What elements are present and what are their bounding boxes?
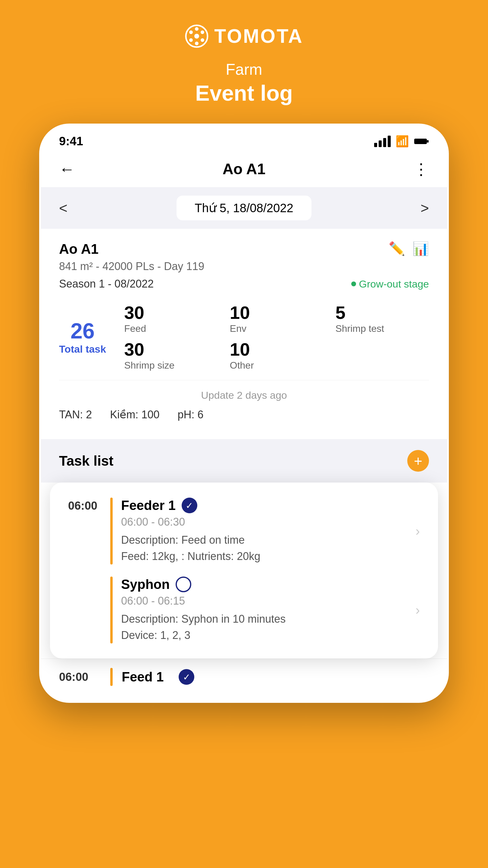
- grow-stage-label: Grow-out stage: [359, 278, 429, 290]
- phone-frame: 9:41 📶 ← Ao A1 ⋮ < Thứ 5, 18/08/2022 >: [39, 124, 449, 703]
- env-label: Env: [230, 323, 324, 334]
- prev-date-button[interactable]: <: [59, 200, 67, 216]
- bottom-preview-title: Feed 1: [122, 670, 164, 684]
- signal-icon: [374, 135, 391, 147]
- feed-label: Feed: [124, 323, 218, 334]
- shrimp-size-stat: 30 Shrimp size: [124, 339, 218, 371]
- back-button[interactable]: ←: [59, 160, 75, 178]
- header-area: TOMOTA Farm Event log: [185, 0, 303, 105]
- battery-icon: [414, 137, 429, 145]
- pond-header: Ao A1 ✏️ 📊: [59, 241, 429, 257]
- svg-point-7: [189, 30, 193, 34]
- current-date[interactable]: Thứ 5, 18/08/2022: [176, 195, 311, 220]
- svg-point-2: [195, 27, 198, 31]
- pond-season-row: Season 1 - 08/2022 Grow-out stage: [59, 278, 429, 290]
- logo-container: TOMOTA: [185, 24, 303, 48]
- task-content-syphon[interactable]: Syphon 06:00 - 06:15 Description: Syphon…: [121, 577, 410, 644]
- svg-rect-9: [427, 140, 429, 143]
- pond-info-section: Ao A1 ✏️ 📊 841 m² - 42000 PLs - Day 119 …: [41, 229, 447, 439]
- green-dot-icon: [351, 281, 356, 286]
- feed-num: 30: [124, 302, 218, 323]
- task-title-row-feeder1: Feeder 1 ✓: [121, 498, 410, 513]
- nav-title: Ao A1: [223, 160, 266, 178]
- other-label: Other: [230, 360, 324, 371]
- date-navigation: < Thứ 5, 18/08/2022 >: [41, 187, 447, 229]
- task-bar-syphon: [110, 577, 113, 644]
- task-title-feeder1: Feeder 1: [121, 498, 175, 513]
- task-item-syphon: Syphon 06:00 - 06:15 Description: Syphon…: [68, 577, 420, 644]
- logo-text: TOMOTA: [214, 25, 303, 47]
- task-item-feeder1: 06:00 Feeder 1 ✓ 06:00 - 06:30 Descripti…: [68, 498, 420, 564]
- bottom-preview-check: ✓: [178, 669, 194, 685]
- task-desc-syphon: Description: Syphon in 10 minutesDevice:…: [121, 611, 410, 644]
- pond-meta: 841 m² - 42000 PLs - Day 119: [59, 260, 429, 273]
- total-task-number: 26: [70, 318, 95, 343]
- status-time: 9:41: [59, 134, 83, 148]
- task-check-feeder1[interactable]: ✓: [182, 498, 197, 513]
- pond-season: Season 1 - 08/2022: [59, 278, 154, 290]
- task-section-title: Task list: [59, 453, 113, 469]
- chart-icon[interactable]: 📊: [412, 241, 429, 256]
- other-num: 10: [230, 339, 324, 360]
- header-title: Event log: [195, 81, 293, 105]
- env-stat: 10 Env: [230, 302, 324, 334]
- total-task-label: Total task: [59, 343, 106, 355]
- status-bar: 9:41 📶: [41, 125, 447, 154]
- task-chevron-syphon[interactable]: ›: [410, 577, 420, 644]
- svg-point-5: [195, 41, 198, 45]
- status-icons: 📶: [374, 135, 429, 148]
- feed-stat: 30 Feed: [124, 302, 218, 334]
- svg-rect-8: [414, 138, 427, 144]
- shrimp-size-num: 30: [124, 339, 218, 360]
- shrimp-test-num: 5: [335, 302, 429, 323]
- wifi-icon: 📶: [395, 135, 409, 148]
- bottom-preview: 06:00 Feed 1 ✓: [41, 658, 447, 701]
- header-subtitle: Farm: [226, 60, 262, 79]
- task-title-row-syphon: Syphon: [121, 577, 410, 592]
- svg-point-4: [201, 38, 204, 42]
- task-time-feeder1: 06:00: [68, 498, 110, 564]
- svg-point-6: [189, 38, 193, 42]
- env-num: 10: [230, 302, 324, 323]
- task-card: 06:00 Feeder 1 ✓ 06:00 - 06:30 Descripti…: [50, 483, 438, 658]
- bottom-preview-bar: [110, 668, 113, 686]
- task-time-range-feeder1: 06:00 - 06:30: [121, 516, 410, 528]
- more-menu-button[interactable]: ⋮: [413, 160, 429, 178]
- svg-point-1: [194, 34, 199, 38]
- shrimp-size-label: Shrimp size: [124, 360, 218, 371]
- nav-bar: ← Ao A1 ⋮: [41, 154, 447, 187]
- shrimp-test-label: Shrimp test: [335, 323, 429, 334]
- edit-icon[interactable]: ✏️: [389, 241, 405, 256]
- next-date-button[interactable]: >: [421, 200, 429, 216]
- task-check-syphon[interactable]: [175, 577, 191, 592]
- bottom-preview-time: 06:00: [59, 671, 101, 684]
- update-text: Update 2 days ago: [59, 390, 429, 401]
- task-time-range-syphon: 06:00 - 06:15: [121, 595, 410, 607]
- ph-param: pH: 6: [177, 408, 203, 421]
- task-bar-feeder1: [110, 498, 113, 564]
- pond-action-icons: ✏️ 📊: [389, 241, 429, 256]
- task-time-syphon: [68, 577, 110, 644]
- task-chevron-feeder1[interactable]: ›: [410, 498, 420, 564]
- task-title-syphon: Syphon: [121, 577, 170, 592]
- task-section-header: Task list +: [41, 439, 447, 483]
- grow-stage-badge: Grow-out stage: [351, 278, 429, 290]
- task-desc-feeder1: Description: Feed on timeFeed: 12kg, : N…: [121, 532, 410, 564]
- pond-name: Ao A1: [59, 241, 98, 257]
- task-content-feeder1[interactable]: Feeder 1 ✓ 06:00 - 06:30 Description: Fe…: [121, 498, 410, 564]
- svg-point-3: [201, 30, 204, 34]
- kiem-param: Kiềm: 100: [110, 408, 159, 421]
- total-task-stat: 26 Total task: [59, 302, 106, 371]
- stats-grid: 26 Total task 30 Feed 10 Env 5 Shrimp te…: [59, 302, 429, 380]
- other-stat: 10 Other: [230, 339, 324, 371]
- water-params: TAN: 2 Kiềm: 100 pH: 6: [59, 408, 429, 430]
- stats-right: 30 Feed 10 Env 5 Shrimp test 30 Shrimp s…: [124, 302, 429, 371]
- tan-param: TAN: 2: [59, 408, 92, 421]
- add-task-button[interactable]: +: [407, 450, 429, 472]
- shrimp-test-stat: 5 Shrimp test: [335, 302, 429, 334]
- tomota-logo-icon: [185, 24, 209, 48]
